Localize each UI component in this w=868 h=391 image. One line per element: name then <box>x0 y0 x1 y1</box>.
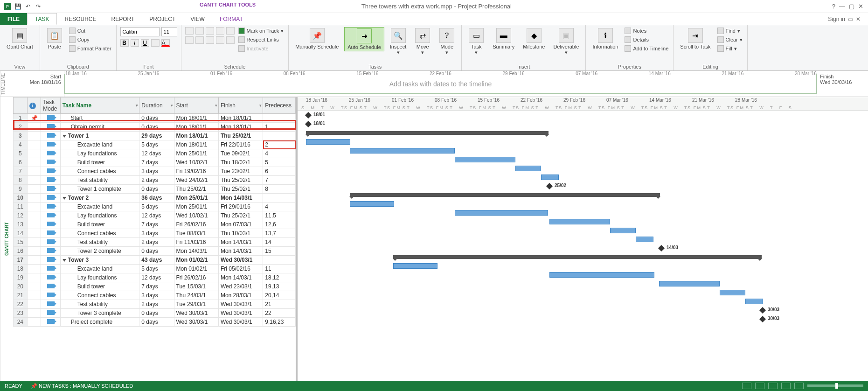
predecessor-cell[interactable] <box>263 256 296 265</box>
zoom-slider[interactable] <box>807 384 863 387</box>
task-mode-cell[interactable] <box>41 282 60 291</box>
finish-cell[interactable]: Thu 25/02/1 <box>218 211 263 220</box>
start-cell[interactable]: Mon 25/01/1 <box>174 149 218 158</box>
manually-schedule-button[interactable]: 📌Manually Schedule <box>292 27 341 50</box>
duration-cell[interactable]: 12 days <box>139 211 174 220</box>
task-mode-cell[interactable] <box>41 123 60 132</box>
duration-cell[interactable]: 0 days <box>139 114 174 123</box>
start-cell[interactable]: Tue 08/03/1 <box>174 229 218 238</box>
collapse-icon[interactable] <box>62 197 66 200</box>
duration-cell[interactable]: 2 days <box>139 238 174 247</box>
start-cell[interactable]: Tue 15/03/1 <box>174 282 218 291</box>
task-mode-cell[interactable] <box>41 256 60 265</box>
scroll-to-task-button[interactable]: ⇥Scroll to Task <box>677 27 713 50</box>
table-row[interactable]: 12Lay foundations12 daysWed 10/02/1Thu 2… <box>14 211 296 220</box>
split-button[interactable] <box>226 36 235 44</box>
task-mode-cell[interactable] <box>41 158 60 167</box>
finish-cell[interactable]: Wed 30/03/1 <box>218 309 263 318</box>
sign-in[interactable]: Sign in ▭ ✕ <box>820 13 868 25</box>
task-bar[interactable] <box>455 157 515 162</box>
font-name-input[interactable] <box>120 27 160 36</box>
view-resource-sheet-icon[interactable] <box>781 383 791 389</box>
task-bar[interactable] <box>745 299 763 304</box>
table-row[interactable]: 9Tower 1 complete0 daysThu 25/02/1Thu 25… <box>14 185 296 194</box>
task-name-cell[interactable]: Lay foundations <box>60 149 139 158</box>
task-bar[interactable] <box>350 201 394 207</box>
duration-cell[interactable]: 3 days <box>139 167 174 176</box>
outdent-button[interactable] <box>185 36 194 44</box>
mark-on-track-button[interactable]: Mark on Track ▾ <box>237 27 285 35</box>
table-row[interactable]: 5Lay foundations12 daysMon 25/01/1Tue 09… <box>14 149 296 158</box>
inspect-button[interactable]: 🔍Inspect▾ <box>387 27 409 56</box>
table-row[interactable]: 18Excavate land5 daysMon 01/02/1Fri 05/0… <box>14 265 296 273</box>
finish-cell[interactable]: Mon 14/03/1 <box>218 194 263 202</box>
row-number[interactable]: 2 <box>14 123 28 132</box>
row-number[interactable]: 21 <box>14 291 28 300</box>
finish-cell[interactable]: Thu 25/02/1 <box>218 185 263 194</box>
paste-button[interactable]: 📋Paste <box>44 27 65 50</box>
predecessor-cell[interactable]: 2 <box>263 140 296 149</box>
task-name-cell[interactable]: Project complete <box>60 318 139 327</box>
task-name-cell[interactable]: Build tower <box>60 220 139 229</box>
finish-cell[interactable]: Thu 10/03/1 <box>218 229 263 238</box>
row-number[interactable]: 18 <box>14 265 28 273</box>
start-cell[interactable]: Mon 18/01/1 <box>174 114 218 123</box>
table-row[interactable]: 11Excavate land5 daysMon 25/01/1Fri 29/0… <box>14 202 296 211</box>
gantt-area[interactable]: 18 Jan '16S M T W T F S25 Jan '16S M T W… <box>298 97 868 381</box>
milestone-marker[interactable] <box>658 245 665 251</box>
pct-50[interactable] <box>206 27 214 35</box>
task-mode-cell[interactable] <box>41 167 60 176</box>
predecessor-cell[interactable]: 4 <box>263 202 296 211</box>
duration-cell[interactable]: 3 days <box>139 291 174 300</box>
task-mode-cell[interactable] <box>41 291 60 300</box>
milestone-marker[interactable] <box>305 112 312 119</box>
italic-button[interactable]: I <box>131 39 139 47</box>
task-name-cell[interactable]: Lay foundations <box>60 273 139 282</box>
finish-cell[interactable]: Thu 18/02/1 <box>218 158 263 167</box>
start-cell[interactable]: Wed 10/02/1 <box>174 158 218 167</box>
task-button[interactable]: ▭Task▾ <box>465 27 487 56</box>
milestone-marker[interactable] <box>759 307 766 314</box>
duration-cell[interactable]: 0 days <box>139 185 174 194</box>
predecessor-cell[interactable] <box>263 194 296 202</box>
predecessor-cell[interactable]: 11 <box>263 265 296 273</box>
minimize-icon[interactable]: — <box>839 3 845 10</box>
fill-button[interactable]: Fill ▾ <box>716 45 743 52</box>
col-predecessors[interactable]: Predecess <box>263 98 296 114</box>
table-row[interactable]: 10Tower 236 daysMon 25/01/1Mon 14/03/1 <box>14 194 296 202</box>
row-number[interactable]: 1 <box>14 114 28 123</box>
task-mode-cell[interactable] <box>41 300 60 309</box>
task-mode-cell[interactable] <box>41 273 60 282</box>
row-number[interactable]: 4 <box>14 140 28 149</box>
start-cell[interactable]: Mon 18/01/1 <box>174 123 218 132</box>
summary-bar[interactable] <box>350 193 660 197</box>
task-name-cell[interactable]: Connect cables <box>60 167 139 176</box>
start-cell[interactable]: Fri 26/02/16 <box>174 220 218 229</box>
row-number[interactable]: 15 <box>14 238 28 247</box>
start-cell[interactable]: Fri 19/02/16 <box>174 167 218 176</box>
tab-file[interactable]: FILE <box>0 13 27 25</box>
task-mode-cell[interactable] <box>41 194 60 202</box>
task-mode-cell[interactable] <box>41 220 60 229</box>
start-cell[interactable]: Mon 25/01/1 <box>174 202 218 211</box>
gantt-chart-button[interactable]: ▤Gantt Chart <box>4 27 36 50</box>
auto-schedule-button[interactable]: ➜Auto Schedule <box>344 27 384 51</box>
add-timeline-button[interactable]: Add to Timeline <box>624 45 669 52</box>
predecessor-cell[interactable]: 19,13 <box>263 282 296 291</box>
doc-close-icon[interactable]: ✕ <box>856 16 861 22</box>
duration-cell[interactable]: 36 days <box>139 194 174 202</box>
task-bar[interactable] <box>515 166 541 171</box>
row-number[interactable]: 13 <box>14 220 28 229</box>
row-number[interactable]: 12 <box>14 211 28 220</box>
duration-cell[interactable]: 12 days <box>139 149 174 158</box>
row-number[interactable]: 23 <box>14 309 28 318</box>
task-bar[interactable] <box>541 175 559 180</box>
task-name-cell[interactable]: Test stability <box>60 238 139 247</box>
task-mode-cell[interactable] <box>41 114 60 123</box>
font-size-input[interactable] <box>161 27 177 36</box>
notes-button[interactable]: Notes <box>624 27 669 35</box>
task-name-cell[interactable]: Build tower <box>60 282 139 291</box>
table-row[interactable]: 24Project complete0 daysWed 30/03/1Wed 3… <box>14 318 296 327</box>
help-icon[interactable]: ? <box>832 3 835 10</box>
task-mode-cell[interactable] <box>41 176 60 185</box>
